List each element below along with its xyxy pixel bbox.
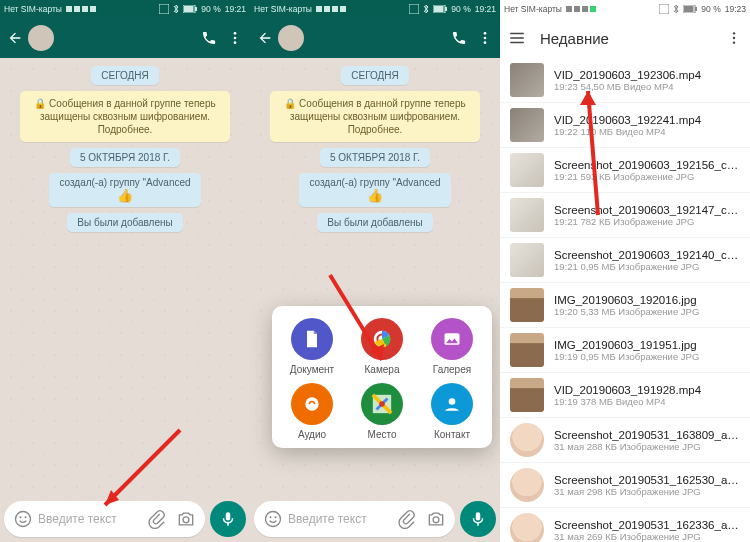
attach-camera[interactable]: Камера [350,318,414,375]
attach-document[interactable]: Документ [280,318,344,375]
file-thumbnail [510,63,544,97]
emoji-button[interactable] [8,504,38,534]
file-info: VID_20190603_191928.mp419:19 378 МБ Виде… [554,384,740,407]
svg-point-46 [733,37,735,39]
file-meta: 19:23 54,50 МБ Видео MP4 [554,81,740,92]
more-menu-button[interactable] [476,29,494,47]
clock: 19:21 [225,4,246,14]
camera-button[interactable] [421,504,451,534]
voice-call-button[interactable] [200,29,218,47]
back-button[interactable] [6,29,24,47]
svg-point-14 [183,517,189,523]
svg-point-8 [234,32,237,35]
group-avatar[interactable] [278,25,304,51]
file-meta: 31 мая 288 КБ Изображение JPG [554,441,740,452]
file-row[interactable]: VID_20190603_192306.mp419:23 54,50 МБ Ви… [500,58,750,103]
svg-point-31 [379,401,385,407]
svg-point-32 [449,398,456,405]
file-thumbnail [510,513,544,542]
file-row[interactable]: IMG_20190603_191951.jpg19:19 0,95 МБ Изо… [500,328,750,373]
chat-header [0,18,250,58]
status-bar: Нет SIM-карты 90 % 19:21 [250,0,500,18]
svg-rect-40 [590,6,596,12]
svg-rect-17 [332,6,338,12]
svg-rect-3 [90,6,96,12]
file-row[interactable]: Screenshot_20190603_192156_com...19:21 5… [500,148,750,193]
file-row[interactable]: VID_20190603_191928.mp419:19 378 МБ Виде… [500,373,750,418]
svg-point-29 [305,397,318,410]
file-row[interactable]: Screenshot_20190531_162530_app...31 мая … [500,463,750,508]
mic-button[interactable] [460,501,496,537]
chat-header [250,18,500,58]
file-row[interactable]: Screenshot_20190603_192147_com...19:21 7… [500,193,750,238]
nfc-icon [159,4,169,14]
message-input[interactable]: Введите текст [254,501,455,537]
svg-point-11 [16,512,31,527]
voice-call-button[interactable] [450,29,468,47]
battery-icon [433,5,447,13]
file-info: IMG_20190603_192016.jpg19:20 5,33 МБ Изо… [554,294,740,317]
more-menu-button[interactable] [226,29,244,47]
file-name: Screenshot_20190603_192156_com... [554,159,740,171]
clock: 19:21 [475,4,496,14]
svg-rect-0 [66,6,72,12]
file-meta: 19:19 0,95 МБ Изображение JPG [554,351,740,362]
attach-location[interactable]: Место [350,383,414,440]
file-info: VID_20190603_192306.mp419:23 54,50 МБ Ви… [554,69,740,92]
svg-rect-43 [684,6,694,12]
svg-rect-41 [659,4,669,14]
battery-icon [683,5,697,13]
file-meta: 19:19 378 МБ Видео MP4 [554,396,740,407]
battery-pct: 90 % [701,4,720,14]
attach-audio-label: Аудио [298,429,326,440]
attach-button[interactable] [141,504,171,534]
emoji-button[interactable] [258,504,288,534]
screen-whatsapp-chat: Нет SIM-карты 90 % 19:21 [0,0,250,542]
encryption-notice[interactable]: 🔒 Сообщения в данной группе теперь защищ… [270,91,480,142]
attach-contact[interactable]: Контакт [420,383,484,440]
file-meta: 31 мая 269 КБ Изображение JPG [554,531,740,542]
svg-rect-18 [340,6,346,12]
group-avatar[interactable] [28,25,54,51]
message-input[interactable]: Введите текст [4,501,205,537]
file-meta: 19:21 593 КБ Изображение JPG [554,171,740,182]
no-sim-label: Нет SIM-карты [4,4,62,14]
encryption-notice[interactable]: 🔒 Сообщения в данной группе теперь защищ… [20,91,230,142]
hamburger-button[interactable] [508,29,526,47]
file-row[interactable]: Screenshot_20190531_163809_app...31 мая … [500,418,750,463]
file-info: VID_20190603_192241.mp419:22 110 МБ Виде… [554,114,740,137]
back-button[interactable] [256,29,274,47]
file-name: Screenshot_20190603_192147_com... [554,204,740,216]
svg-rect-38 [574,6,580,12]
file-row[interactable]: IMG_20190603_192016.jpg19:20 5,33 МБ Изо… [500,283,750,328]
file-info: Screenshot_20190603_192156_com...19:21 5… [554,159,740,182]
svg-point-45 [733,32,735,34]
thumbsup-icon: 👍 [367,188,383,203]
battery-pct: 90 % [201,4,220,14]
screen-file-picker: Нет SIM-карты 90 % 19:23 Недавние VID_20… [500,0,750,542]
file-thumbnail [510,243,544,277]
nfc-icon [409,4,419,14]
file-row[interactable]: VID_20190603_192241.mp419:22 110 МБ Виде… [500,103,750,148]
file-row[interactable]: Screenshot_20190603_192140_com...19:21 0… [500,238,750,283]
file-meta: 19:22 110 МБ Видео MP4 [554,126,740,137]
attach-button[interactable] [391,504,421,534]
attach-gallery[interactable]: Галерея [420,318,484,375]
message-placeholder: Введите текст [38,512,141,526]
file-list[interactable]: VID_20190603_192306.mp419:23 54,50 МБ Ви… [500,58,750,542]
svg-point-33 [266,512,281,527]
file-name: VID_20190603_192241.mp4 [554,114,740,126]
svg-rect-19 [409,4,419,14]
svg-point-10 [234,41,237,44]
file-thumbnail [510,153,544,187]
file-row[interactable]: Screenshot_20190531_162336_app...31 мая … [500,508,750,542]
svg-point-25 [484,41,487,44]
more-menu-button[interactable] [726,30,742,46]
file-info: Screenshot_20190531_162530_app...31 мая … [554,474,740,497]
picker-title: Недавние [540,30,609,47]
mic-button[interactable] [210,501,246,537]
svg-rect-21 [434,6,444,12]
camera-button[interactable] [171,504,201,534]
attach-audio[interactable]: Аудио [280,383,344,440]
no-sim-label: Нет SIM-карты [504,4,562,14]
